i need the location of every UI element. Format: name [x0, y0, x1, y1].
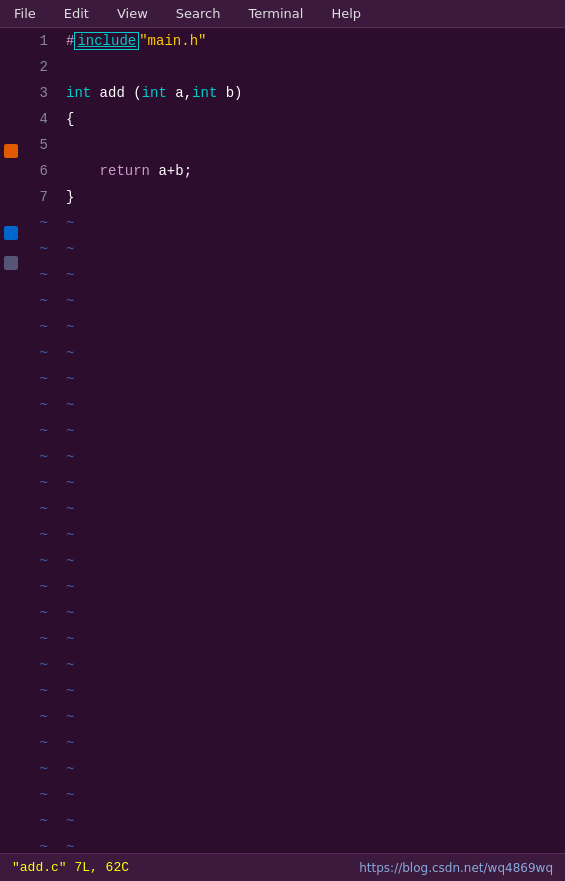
tilde-num-14: ~	[22, 548, 52, 574]
tilde-25: ~	[66, 834, 565, 853]
sidebar-icon-gray	[2, 250, 20, 276]
code-line-4: {	[66, 106, 565, 132]
tilde-num-15: ~	[22, 574, 52, 600]
code-line-1: #include"main.h"	[66, 28, 565, 54]
tilde-4: ~	[66, 288, 565, 314]
tilde-num-5: ~	[22, 314, 52, 340]
sidebar-icon-orange	[2, 138, 20, 164]
tilde-num-9: ~	[22, 418, 52, 444]
tilde-num-16: ~	[22, 600, 52, 626]
tilde-num-3: ~	[22, 262, 52, 288]
code-line-5	[66, 132, 565, 158]
statusbar: "add.c" 7L, 62C https://blog.csdn.net/wq…	[0, 853, 565, 881]
line-num-2: 2	[22, 54, 52, 80]
open-brace: {	[66, 111, 74, 127]
tilde-num-23: ~	[22, 782, 52, 808]
tilde-9: ~	[66, 418, 565, 444]
line-num-5: 5	[22, 132, 52, 158]
type-int-2: int	[142, 85, 167, 101]
param-a: a,	[167, 85, 192, 101]
tilde-num-4: ~	[22, 288, 52, 314]
line-num-6: 6	[22, 158, 52, 184]
tilde-num-17: ~	[22, 626, 52, 652]
editor: 1 2 3 4 5 6 7 ~ ~ ~ ~ ~ ~ ~ ~ ~ ~ ~ ~ ~ …	[0, 28, 565, 853]
tilde-21: ~	[66, 730, 565, 756]
tilde-1: ~	[66, 210, 565, 236]
tilde-num-18: ~	[22, 652, 52, 678]
tilde-num-10: ~	[22, 444, 52, 470]
tilde-16: ~	[66, 600, 565, 626]
code-line-3: int add ( int a, int b)	[66, 80, 565, 106]
sidebar-icon-2	[2, 168, 20, 194]
tilde-14: ~	[66, 548, 565, 574]
type-int-1: int	[66, 85, 91, 101]
tilde-15: ~	[66, 574, 565, 600]
tilde-12: ~	[66, 496, 565, 522]
tilde-num-12: ~	[22, 496, 52, 522]
tilde-5: ~	[66, 314, 565, 340]
menu-edit[interactable]: Edit	[58, 4, 95, 23]
tilde-num-2: ~	[22, 236, 52, 262]
tilde-num-11: ~	[22, 470, 52, 496]
tilde-23: ~	[66, 782, 565, 808]
tilde-6: ~	[66, 340, 565, 366]
sidebar-icon-blue	[2, 220, 20, 246]
menu-view[interactable]: View	[111, 4, 154, 23]
tilde-num-21: ~	[22, 730, 52, 756]
tilde-18: ~	[66, 652, 565, 678]
line-num-3: 3	[22, 80, 52, 106]
return-keyword: return	[100, 163, 150, 179]
tilde-num-20: ~	[22, 704, 52, 730]
tilde-13: ~	[66, 522, 565, 548]
status-file-info: "add.c" 7L, 62C	[12, 860, 129, 875]
line-num-7: 7	[22, 184, 52, 210]
include-keyword: include	[74, 32, 139, 50]
menubar: File Edit View Search Terminal Help	[0, 0, 565, 28]
tilde-7: ~	[66, 366, 565, 392]
indent-spaces	[66, 163, 100, 179]
sidebar-icons	[0, 28, 22, 853]
tilde-num-19: ~	[22, 678, 52, 704]
tilde-num-1: ~	[22, 210, 52, 236]
status-url: https://blog.csdn.net/wq4869wq	[359, 861, 553, 875]
include-file: "main.h"	[139, 33, 206, 49]
sidebar-icon-1	[2, 60, 20, 86]
code-line-6: return a+b;	[66, 158, 565, 184]
menu-search[interactable]: Search	[170, 4, 227, 23]
code-line-2	[66, 54, 565, 80]
tilde-17: ~	[66, 626, 565, 652]
type-int-3: int	[192, 85, 217, 101]
close-brace: }	[66, 189, 74, 205]
tilde-19: ~	[66, 678, 565, 704]
tilde-num-8: ~	[22, 392, 52, 418]
menu-file[interactable]: File	[8, 4, 42, 23]
tilde-24: ~	[66, 808, 565, 834]
tilde-num-24: ~	[22, 808, 52, 834]
param-b: b)	[217, 85, 242, 101]
tilde-num-22: ~	[22, 756, 52, 782]
func-name: add (	[91, 85, 141, 101]
line-num-4: 4	[22, 106, 52, 132]
hash-symbol: #	[66, 33, 74, 49]
menu-help[interactable]: Help	[325, 4, 367, 23]
return-expr: a+b;	[150, 163, 192, 179]
tilde-22: ~	[66, 756, 565, 782]
code-line-7: }	[66, 184, 565, 210]
tilde-11: ~	[66, 470, 565, 496]
tilde-3: ~	[66, 262, 565, 288]
tilde-20: ~	[66, 704, 565, 730]
tilde-num-13: ~	[22, 522, 52, 548]
tilde-num-25: ~	[22, 834, 52, 853]
tilde-num-6: ~	[22, 340, 52, 366]
line-numbers: 1 2 3 4 5 6 7 ~ ~ ~ ~ ~ ~ ~ ~ ~ ~ ~ ~ ~ …	[22, 28, 58, 853]
tilde-num-7: ~	[22, 366, 52, 392]
tilde-10: ~	[66, 444, 565, 470]
menu-terminal[interactable]: Terminal	[242, 4, 309, 23]
tilde-2: ~	[66, 236, 565, 262]
code-area[interactable]: #include"main.h" int add ( int a, int b)…	[58, 28, 565, 853]
line-num-1: 1	[22, 28, 52, 54]
tilde-8: ~	[66, 392, 565, 418]
